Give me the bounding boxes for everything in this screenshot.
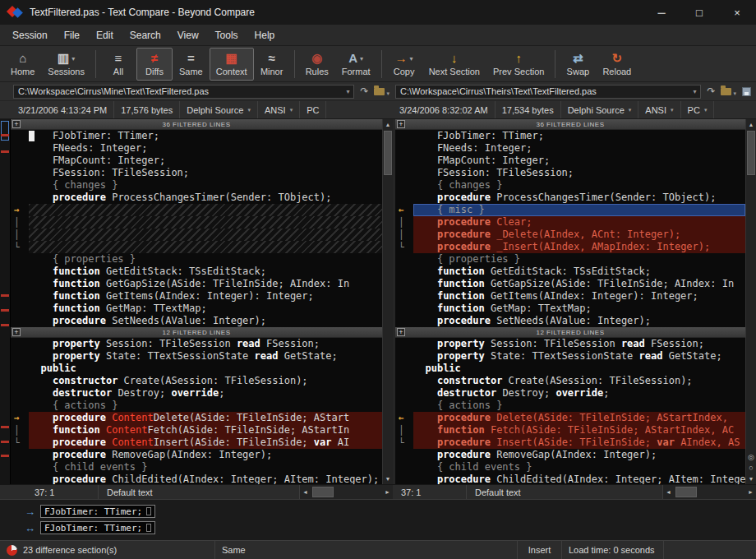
code-line[interactable]: FSession: TFileSession;: [11, 167, 382, 179]
code-line[interactable]: property Session: TFileSession read FSes…: [11, 338, 382, 350]
code-line[interactable]: public: [395, 363, 745, 375]
code-line[interactable]: { child events }: [395, 461, 745, 474]
reload-file-icon[interactable]: ↷: [360, 86, 368, 96]
minor-button[interactable]: ≈Minor: [254, 48, 290, 81]
left-hscroll-track[interactable]: [311, 485, 382, 499]
right-encoding-select[interactable]: ANSI ▾: [638, 101, 680, 118]
expand-section-icon[interactable]: +: [12, 120, 21, 128]
right-vertical-scrollbar[interactable]: ▲ ◎ ○ ▼: [745, 119, 756, 484]
diff-mark[interactable]: [1, 426, 9, 428]
code-line[interactable]: procedure SetNeeds(AValue: Integer);: [11, 315, 382, 327]
right-scroll-thumb[interactable]: [747, 131, 755, 175]
reload-button[interactable]: ↻Reload: [596, 48, 638, 81]
context-button[interactable]: ▦Context: [210, 48, 254, 81]
all-button[interactable]: ≡All: [100, 48, 136, 81]
code-line[interactable]: │ function Fetch(ASide: TFileInSide; ASt…: [395, 424, 745, 437]
code-line[interactable]: ← procedure Delete(ASide: TFileInSide; A…: [395, 412, 745, 424]
code-line[interactable]: procedure ChildEdited(AIndex: Integer; A…: [395, 474, 745, 484]
code-line[interactable]: → procedure ContentDelete(ASide: TFileIn…: [11, 412, 382, 424]
diff-mark[interactable]: [1, 134, 9, 136]
code-line[interactable]: │ procedure Clear;: [395, 216, 745, 229]
minimize-button[interactable]: ─: [643, 0, 680, 25]
code-line[interactable]: ← { misc }: [395, 204, 745, 216]
code-line[interactable]: destructor Destroy; override;: [395, 387, 745, 400]
code-line[interactable]: constructor Create(ASession: TFileSessio…: [395, 375, 745, 387]
code-line[interactable]: procedure RemoveGap(AIndex: Integer);: [11, 449, 382, 461]
filtered-lines-bar[interactable]: +12 FILTERED LINES: [395, 327, 745, 338]
code-line[interactable]: constructor Create(ASession: TFileSessio…: [11, 375, 382, 387]
code-line[interactable]: { actions }: [395, 400, 745, 412]
code-line[interactable]: →: [11, 204, 382, 216]
copy-button[interactable]: →▾Copy: [386, 48, 422, 81]
left-path-combo[interactable]: C:\Workspace\Cirrus\Mine\Text\TextFilter…: [13, 85, 354, 99]
left-encoding-select[interactable]: ANSI ▾: [258, 101, 300, 118]
code-line[interactable]: └ procedure Insert(ASide: TFileInSide; v…: [395, 437, 745, 449]
browse-folder-button[interactable]: ▾: [374, 84, 390, 99]
scroll-right-icon[interactable]: ►: [382, 485, 393, 499]
code-line[interactable]: FNeeds: Integer;: [395, 142, 745, 155]
code-area-left[interactable]: +36 FILTERED LINES FJobTimer: TTimer; FN…: [11, 119, 382, 484]
code-line[interactable]: └ procedure ContentInsert(ASide: TFileIn…: [11, 437, 382, 449]
left-line-ending-select[interactable]: PC: [300, 101, 326, 118]
diff-mark[interactable]: [1, 150, 9, 153]
code-line[interactable]: └: [11, 241, 382, 253]
code-line[interactable]: { actions }: [11, 400, 382, 412]
code-line[interactable]: function GetItems(AIndex: Integer): Inte…: [395, 290, 745, 303]
left-horizontal-scrollbar[interactable]: ◄ ►: [300, 485, 393, 499]
scroll-down-icon[interactable]: ▼: [746, 474, 756, 484]
code-line[interactable]: procedure ProcessChangesTimer(Sender: TO…: [11, 192, 382, 204]
overview-strip[interactable]: [0, 119, 11, 484]
filtered-lines-bar[interactable]: +36 FILTERED LINES: [11, 119, 382, 130]
scroll-down-icon[interactable]: ▼: [383, 474, 393, 484]
code-line[interactable]: destructor Destroy; override;: [11, 387, 382, 400]
save-file-icon[interactable]: [742, 87, 751, 96]
menu-view[interactable]: View: [169, 26, 207, 44]
code-line[interactable]: function GetMap: TTextMap;: [395, 303, 745, 315]
right-line-ending-select[interactable]: PC ▾: [681, 101, 715, 118]
diff-mark[interactable]: [1, 309, 9, 312]
locate-diff-icon[interactable]: ○: [746, 463, 756, 474]
swap-button[interactable]: ⇄Swap: [560, 48, 596, 81]
right-path-combo[interactable]: C:\Workspace\Cirrus\Theirs\Text\TextFilt…: [395, 85, 701, 99]
left-vertical-scrollbar[interactable]: ▲ ▼: [382, 119, 393, 484]
code-line[interactable]: │ function ContentFetch(ASide: TFileInSi…: [11, 424, 382, 437]
menu-edit[interactable]: Edit: [88, 26, 122, 44]
code-line[interactable]: { properties }: [11, 253, 382, 266]
browse-folder-button[interactable]: ▾: [721, 84, 736, 99]
code-line[interactable]: procedure ProcessChangesTimer(Sender: TO…: [395, 192, 745, 204]
menu-search[interactable]: Search: [122, 26, 169, 44]
code-line[interactable]: property State: TTextSessionState read G…: [11, 350, 382, 363]
code-line[interactable]: property State: TTextSessionState read G…: [395, 350, 745, 363]
expand-section-icon[interactable]: +: [12, 328, 21, 336]
home-button[interactable]: ⌂Home: [4, 48, 41, 81]
gutter-arrow-left-icon[interactable]: ←: [399, 412, 404, 424]
code-line[interactable]: procedure SetNeeds(AValue: Integer);: [395, 315, 745, 327]
code-line[interactable]: { changes }: [395, 179, 745, 192]
gutter-arrow-left-icon[interactable]: ←: [399, 204, 404, 216]
right-horizontal-scrollbar[interactable]: ◄ ►: [663, 485, 756, 499]
reload-file-icon[interactable]: ↷: [707, 86, 715, 96]
menu-file[interactable]: File: [56, 26, 88, 44]
center-current-icon[interactable]: ◎: [746, 452, 756, 463]
expand-section-icon[interactable]: +: [397, 120, 405, 128]
chevron-down-icon[interactable]: ▾: [341, 88, 349, 95]
title-bar[interactable]: TextFiltered.pas - Text Compare - Beyond…: [0, 0, 756, 25]
diff-mark[interactable]: [1, 455, 9, 457]
code-line[interactable]: procedure RemoveGap(AIndex: Integer);: [395, 449, 745, 461]
chevron-down-icon[interactable]: ▾: [688, 88, 696, 95]
left-scroll-track[interactable]: [383, 130, 393, 474]
scroll-up-icon[interactable]: ▲: [746, 119, 756, 130]
align-line-text[interactable]: FJobTimer: TTimer;: [40, 521, 155, 534]
left-format-select[interactable]: Delphi Source ▾: [180, 101, 258, 118]
code-line[interactable]: │ procedure _Delete(AIndex, ACnt: Intege…: [395, 229, 745, 241]
scroll-left-icon[interactable]: ◄: [300, 485, 311, 499]
diff-mark[interactable]: [1, 294, 9, 297]
overview-viewport[interactable]: [1, 121, 9, 141]
left-hscroll-thumb[interactable]: [312, 487, 334, 497]
right-hscroll-track[interactable]: [674, 485, 745, 499]
diffs-button[interactable]: ≠Diffs: [136, 48, 173, 81]
sessions-button[interactable]: ▥▾Sessions: [41, 48, 91, 81]
right-format-select[interactable]: Delphi Source ▾: [561, 101, 639, 118]
code-line[interactable]: function GetEditStack: TSsEditStack;: [395, 266, 745, 278]
expand-section-icon[interactable]: +: [397, 328, 405, 336]
